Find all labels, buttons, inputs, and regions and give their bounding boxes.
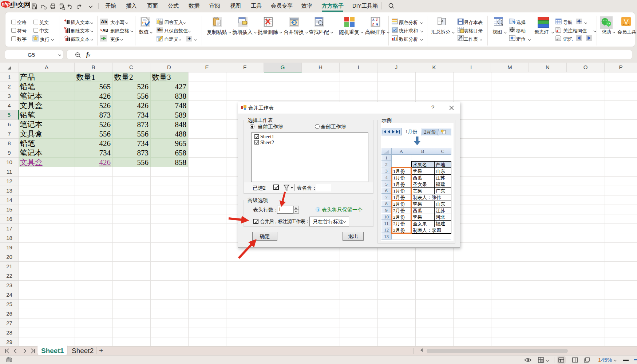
svg-text:Z: Z [372, 22, 375, 26]
svg-text:A: A [376, 22, 379, 26]
svg-text:VB: VB [7, 357, 9, 359]
svg-text:Z: Z [376, 18, 378, 22]
svg-text:A: A [372, 18, 375, 22]
svg-text:%: % [160, 22, 162, 24]
